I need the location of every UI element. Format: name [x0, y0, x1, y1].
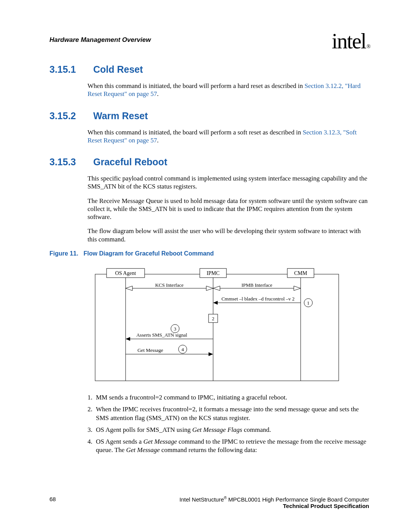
label-ipmb: IPMB Interface	[241, 282, 272, 288]
paragraph: The flow diagram below will assist the u…	[88, 227, 369, 243]
list-item: 3. OS Agent polls for SMS_ATN using Get …	[88, 426, 369, 435]
footer-line2: Technical Product Specification	[180, 503, 369, 509]
label-cmd: Cmmset –l bladex –d frucontrol –v 2	[221, 296, 295, 302]
page-header: Hardware Management Overview intel®	[49, 30, 369, 52]
actor-cmm: CMM	[294, 270, 307, 276]
list-number: 4.	[88, 438, 96, 455]
svg-marker-9	[206, 286, 213, 291]
list-text: MM sends a frucontrol=2 command to IPMC,…	[96, 393, 369, 402]
svg-marker-18	[126, 337, 130, 341]
svg-marker-12	[294, 286, 301, 291]
section-number: 3.15.3	[49, 157, 82, 168]
section-warm-reset: 3.15.2 Warm Reset When this command is i…	[49, 110, 369, 145]
logo-text: intel	[332, 29, 366, 53]
svg-marker-14	[213, 301, 218, 305]
label-getmsg: Get Message	[137, 347, 163, 353]
section-graceful-reboot: 3.15.3 Graceful Reboot This specific pay…	[49, 157, 369, 455]
list-text: OS Agent sends a Get Message command to …	[96, 438, 369, 455]
label-kcs: KCS Interface	[155, 282, 184, 288]
page-number: 68	[49, 496, 56, 509]
list-text: When the IPMC receives frucontrol=2, it …	[96, 405, 369, 423]
text: .	[157, 137, 159, 144]
svg-marker-8	[126, 286, 132, 291]
flow-diagram: OS Agent IPMC CMM KCS Interface I	[88, 265, 369, 388]
text: When this command is initiated, the boar…	[88, 129, 303, 136]
section-title: Warm Reset	[93, 110, 148, 121]
section-number: 3.15.2	[49, 110, 82, 121]
section-heading: 3.15.2 Warm Reset	[49, 110, 369, 121]
paragraph: The Receive Message Queue is used to hol…	[88, 197, 369, 221]
logo-registered: ®	[366, 44, 370, 50]
section-cold-reset: 3.15.1 Cold Reset When this command is i…	[49, 64, 369, 98]
actor-os: OS Agent	[115, 270, 136, 276]
paragraph: When this command is initiated, the boar…	[88, 82, 369, 98]
footer-right: Intel NetStructure® MPCBL0001 High Perfo…	[180, 496, 369, 509]
sequence-diagram-svg: OS Agent IPMC CMM KCS Interface I	[88, 265, 346, 387]
paragraph: When this command is initiated, the boar…	[88, 128, 369, 145]
list-number: 1.	[88, 393, 96, 402]
list-item: 1. MM sends a frucontrol=2 command to IP…	[88, 393, 369, 402]
ordered-list: 1. MM sends a frucontrol=2 command to IP…	[88, 393, 369, 455]
step-3: 3	[174, 326, 177, 332]
list-number: 2.	[88, 405, 96, 423]
text: When this command is initiated, the boar…	[88, 82, 304, 89]
list-number: 3.	[88, 426, 96, 435]
page: Hardware Management Overview intel® 3.15…	[0, 0, 411, 532]
section-number: 3.15.1	[49, 64, 82, 75]
section-heading: 3.15.1 Cold Reset	[49, 64, 369, 75]
step-1: 1	[307, 300, 310, 306]
section-heading: 3.15.3 Graceful Reboot	[49, 157, 369, 168]
footer-line1: Intel NetStructure® MPCBL0001 High Perfo…	[180, 496, 369, 503]
header-section-title: Hardware Management Overview	[49, 36, 151, 44]
step-4: 4	[182, 347, 184, 352]
svg-marker-21	[209, 352, 213, 356]
list-item: 2. When the IPMC receives frucontrol=2, …	[88, 405, 369, 423]
figure-label: Figure 11.	[49, 250, 78, 257]
intel-logo: intel®	[332, 30, 369, 52]
actor-ipmc: IPMC	[207, 270, 220, 276]
label-assert: Asserts SMS_ATN signal	[136, 332, 187, 338]
paragraph: This specific payload control command is…	[88, 174, 369, 191]
step-2: 2	[212, 316, 215, 321]
section-title: Cold Reset	[93, 64, 143, 75]
svg-marker-11	[213, 286, 220, 291]
list-item: 4. OS Agent sends a Get Message command …	[88, 438, 369, 455]
page-footer: 68 Intel NetStructure® MPCBL0001 High Pe…	[49, 496, 369, 509]
text: .	[157, 90, 159, 97]
figure-caption: Figure 11.Flow Diagram for Graceful Rebo…	[49, 250, 369, 257]
section-title: Graceful Reboot	[93, 157, 167, 168]
list-text: OS Agent polls for SMS_ATN using Get Mes…	[96, 426, 369, 435]
figure-title: Flow Diagram for Graceful Reboot Command	[84, 250, 214, 257]
